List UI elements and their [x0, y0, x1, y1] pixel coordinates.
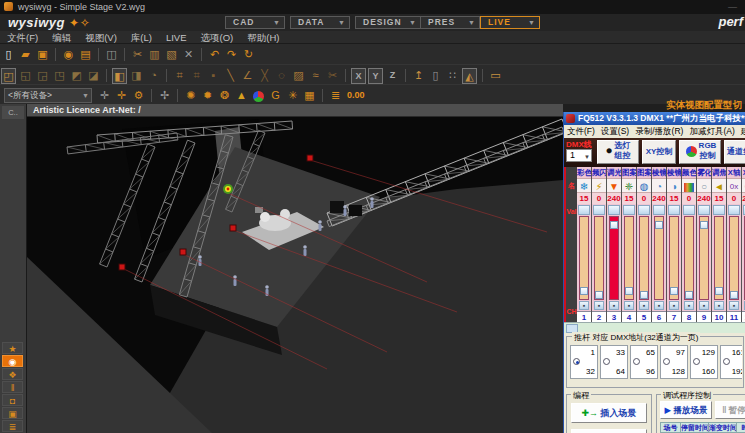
channel-number[interactable]: 6 [652, 311, 666, 322]
frame-tool-icon[interactable]: ⌗ [172, 68, 187, 83]
dmx-menu-item-4[interactable]: 建灯库(B) [738, 125, 745, 138]
view-perspective-icon[interactable]: ◪ [86, 68, 101, 83]
channel-master-button[interactable]: 通道集控 [724, 140, 745, 164]
antenna-tool-icon[interactable]: ✢ [157, 88, 172, 103]
channel-min-button[interactable]: ▪ [639, 301, 649, 310]
channel-fader[interactable] [654, 216, 664, 300]
channel-number[interactable]: 9 [697, 311, 711, 322]
channel-spin-button[interactable] [683, 205, 695, 215]
menu-item-4[interactable]: LIVE [159, 31, 194, 44]
channel-number[interactable]: 10 [712, 311, 726, 322]
line-tool-icon[interactable]: ╲ [223, 68, 238, 83]
channel-spin-button[interactable] [593, 205, 605, 215]
dmx-menu-item-2[interactable]: 录制/播放(R) [632, 125, 686, 138]
channel-spin-button[interactable] [668, 205, 680, 215]
circle-tool-icon[interactable]: ◌ [274, 68, 289, 83]
cut-icon[interactable]: ✂ [130, 47, 145, 62]
print-preview-icon[interactable]: ◉ [61, 47, 76, 62]
rgb-control-button[interactable]: RGB控制 [679, 140, 721, 164]
channel-spin-button[interactable] [578, 205, 590, 215]
fader-thumb[interactable] [640, 291, 648, 299]
dmx-page-radio-129-160[interactable]: 129160 [690, 345, 718, 379]
pause-icon[interactable]: ‖ [2, 381, 23, 393]
orbit-view-icon[interactable]: ◔ [146, 68, 161, 83]
shaded-view-icon[interactable]: ◧ [112, 68, 127, 84]
channel-min-button[interactable]: ▪ [654, 301, 664, 310]
channel-spin-button[interactable] [653, 205, 665, 215]
gel-fixture-icon[interactable]: G [268, 88, 283, 103]
mode-tab-data[interactable]: DATA▼ [290, 16, 350, 29]
channel-fader[interactable] [684, 216, 694, 300]
fader-thumb[interactable] [625, 287, 633, 295]
open-folder-icon[interactable]: ▰ [18, 47, 33, 62]
view-top-icon[interactable]: ◱ [18, 68, 33, 83]
point-tool-icon[interactable]: ▪ [206, 68, 221, 83]
channel-spin-button[interactable] [713, 205, 725, 215]
shutter-fixture-icon[interactable]: ✳ [285, 88, 300, 103]
viewport-header[interactable]: Artistic Licence Art-Net: / [27, 104, 563, 117]
battery-indicator-icon[interactable]: ▯ [428, 68, 443, 83]
menu-item-5[interactable]: 选项(O) [194, 31, 241, 44]
connect-tool-icon[interactable]: ✛ [97, 88, 112, 103]
print-icon[interactable]: ▤ [78, 47, 93, 62]
star-icon[interactable]: ★ [2, 342, 23, 354]
select-fixture-group-button[interactable]: ⚫选灯组控 [597, 140, 639, 164]
delete-icon[interactable]: ✕ [181, 47, 196, 62]
channel-spin-button[interactable] [608, 205, 620, 215]
channel-min-button[interactable]: ▪ [579, 301, 589, 310]
sidebar-tab[interactable]: C.. [2, 106, 24, 119]
dmx-page-radio-97-128[interactable]: 97128 [660, 345, 688, 379]
xy-control-button[interactable]: XY控制 [642, 140, 676, 164]
plug-tool-icon[interactable]: ✛ [114, 88, 129, 103]
gear-settings-icon[interactable]: ⚙ [131, 88, 146, 103]
fader-thumb[interactable] [730, 291, 738, 299]
minimize-icon[interactable]: — [728, 0, 737, 14]
channel-fader[interactable] [729, 216, 739, 300]
red-fixture[interactable] [230, 225, 236, 231]
fader-thumb[interactable] [610, 221, 618, 229]
device-filter-dropdown[interactable]: <所有设备>▼ [4, 88, 92, 103]
dmx-universe-dropdown[interactable]: 1▼ [566, 149, 592, 162]
channel-spin-button[interactable] [698, 205, 710, 215]
fader-thumb[interactable] [595, 291, 603, 299]
view-back-icon[interactable]: ◩ [69, 68, 84, 83]
channel-min-button[interactable]: ▪ [729, 301, 739, 310]
channel-min-button[interactable]: ▪ [624, 301, 634, 310]
live-record-icon[interactable]: ◉ [2, 355, 23, 367]
wireframe-view-icon[interactable]: ◨ [129, 68, 144, 83]
red-fixture[interactable] [307, 155, 313, 161]
channel-fader[interactable] [594, 216, 604, 300]
fader-thumb[interactable] [685, 291, 693, 299]
hatch-tool-icon[interactable]: ▨ [291, 68, 306, 83]
render-icon[interactable]: ◘ [2, 394, 23, 406]
rgb-fixture-icon[interactable] [251, 88, 266, 103]
fader-thumb[interactable] [700, 221, 708, 229]
dmx-page-radio-65-96[interactable]: 6596 [630, 345, 658, 379]
dmx-menu-item-0[interactable]: 文件(F) [564, 125, 598, 138]
dmx-page-radio-1-32[interactable]: 132 [570, 345, 598, 379]
mode-tab-cad[interactable]: CAD▼ [225, 16, 285, 29]
viewport-3d[interactable]: Artistic Licence Art-Net: / [27, 104, 563, 433]
channel-spin-button[interactable] [728, 205, 740, 215]
channel-spin-button[interactable] [623, 205, 635, 215]
dmx-page-radio-161-192[interactable]: 161192 [720, 345, 742, 379]
dmx-menu-item-1[interactable]: 设置(S) [598, 125, 632, 138]
axis-y-icon[interactable]: Y [368, 68, 383, 84]
media-fixture-icon[interactable]: ▦ [302, 88, 317, 103]
mode-tab-design[interactable]: DESIGN▼ [355, 16, 421, 29]
green-fixture[interactable] [223, 184, 233, 194]
grid-snap-icon[interactable]: ∷ [445, 68, 460, 83]
undo-icon[interactable]: ↶ [207, 47, 222, 62]
iris-fixture-icon[interactable]: ❂ [217, 88, 232, 103]
dmx-page-radio-33-64[interactable]: 3364 [600, 345, 628, 379]
view-front-icon[interactable]: ◲ [35, 68, 50, 83]
channel-fader[interactable] [624, 216, 634, 300]
insert-object-icon[interactable]: ◫ [104, 47, 119, 62]
channel-number[interactable]: 11 [727, 311, 741, 322]
ruler-tool-icon[interactable]: ▭ [488, 68, 503, 83]
channel-fader[interactable] [669, 216, 679, 300]
channel-spin-button[interactable] [638, 205, 650, 215]
menu-item-6[interactable]: 帮助(H) [240, 31, 286, 44]
red-fixture[interactable] [119, 264, 125, 270]
channel-number[interactable]: 7 [667, 311, 681, 322]
